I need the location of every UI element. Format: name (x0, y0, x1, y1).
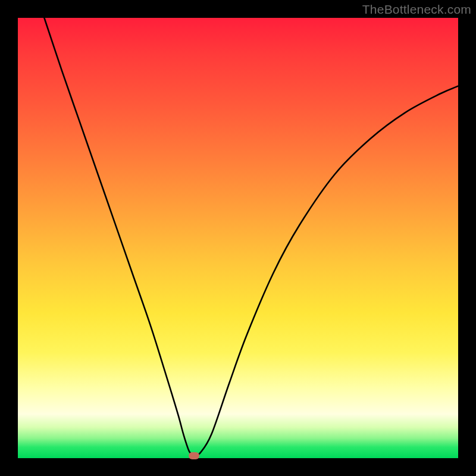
attribution-text: TheBottleneck.com (362, 2, 471, 17)
chart-frame: TheBottleneck.com (0, 0, 476, 476)
minimum-marker (189, 452, 199, 459)
bottleneck-curve (18, 18, 458, 458)
plot-area (18, 18, 458, 458)
